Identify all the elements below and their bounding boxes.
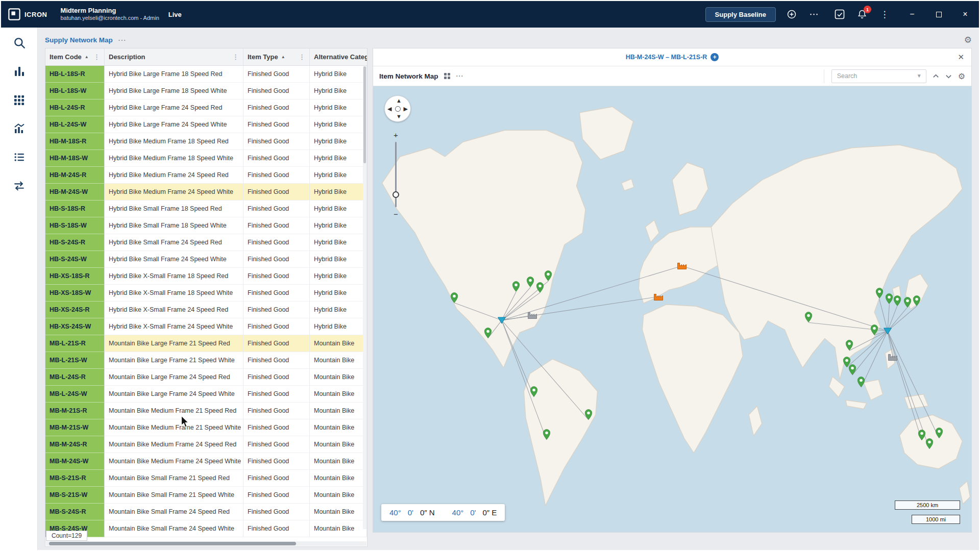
alt-category-cell[interactable]: Mountain Bike	[310, 453, 367, 470]
world-map[interactable]: ◀ ▶ ▲ ▼ + −	[373, 86, 971, 532]
item-type-cell[interactable]: Finished Good	[243, 99, 310, 116]
zoom-in-button[interactable]: +	[394, 130, 398, 140]
alt-category-cell[interactable]: Hybrid Bike	[310, 184, 367, 201]
item-code-cell[interactable]: HB-XS-18S-W	[45, 285, 105, 302]
location-pin-icon[interactable]	[545, 270, 552, 281]
item-code-cell[interactable]: MB-L-21S-W	[45, 352, 105, 369]
item-code-cell[interactable]: MB-L-21S-R	[45, 335, 105, 352]
description-cell[interactable]: Hybrid Bike Small Frame 24 Speed White	[105, 251, 243, 268]
pan-left-icon[interactable]: ◀	[387, 106, 391, 112]
table-row[interactable]: HB-S-24S-RHybrid Bike Small Frame 24 Spe…	[45, 234, 367, 251]
location-pin-icon[interactable]	[893, 295, 901, 306]
alt-category-cell[interactable]: Hybrid Bike	[310, 83, 367, 99]
more-options-icon[interactable]: ⋯	[807, 8, 821, 21]
item-code-cell[interactable]: HB-L-18S-R	[45, 66, 105, 83]
alt-category-cell[interactable]: Mountain Bike	[310, 487, 367, 504]
location-pin-icon[interactable]	[875, 288, 883, 298]
add-item-icon[interactable]: +	[710, 53, 719, 61]
description-cell[interactable]: Mountain Bike Large Frame 21 Speed Red	[105, 335, 243, 352]
item-type-cell[interactable]: Finished Good	[243, 83, 310, 99]
location-pin-icon[interactable]	[845, 340, 853, 350]
alt-category-cell[interactable]: Hybrid Bike	[310, 217, 367, 234]
column-menu-icon[interactable]: ⋮	[229, 53, 239, 61]
table-row[interactable]: HB-XS-24S-RHybrid Bike X-Small Frame 24 …	[45, 302, 367, 318]
item-code-cell[interactable]: MB-L-24S-W	[45, 386, 105, 403]
item-code-cell[interactable]: MB-S-21S-R	[45, 470, 105, 487]
table-row[interactable]: HB-L-24S-WHybrid Bike Large Frame 24 Spe…	[45, 116, 367, 133]
item-code-cell[interactable]: HB-L-24S-R	[45, 99, 105, 116]
alt-category-cell[interactable]: Hybrid Bike	[310, 251, 367, 268]
item-type-cell[interactable]: Finished Good	[243, 352, 310, 369]
factory-icon[interactable]	[527, 312, 537, 319]
item-code-cell[interactable]: HB-L-24S-W	[45, 116, 105, 133]
table-row[interactable]: MB-M-21S-WMountain Bike Medium Frame 21 …	[45, 419, 367, 436]
table-row[interactable]: HB-S-18S-WHybrid Bike Small Frame 18 Spe…	[45, 217, 367, 234]
pan-up-icon[interactable]: ▲	[396, 98, 402, 104]
alt-category-cell[interactable]: Mountain Bike	[310, 335, 367, 352]
factory-icon[interactable]	[888, 354, 898, 361]
description-cell[interactable]: Mountain Bike Small Frame 21 Speed Red	[105, 470, 243, 487]
table-row[interactable]: MB-S-24S-WMountain Bike Small Frame 24 S…	[45, 520, 367, 537]
column-header-item-type[interactable]: Item Type▲ ⋮	[243, 48, 310, 65]
item-type-cell[interactable]: Finished Good	[243, 116, 310, 133]
layout-grid-icon[interactable]	[444, 72, 451, 80]
alt-category-cell[interactable]: Mountain Bike	[310, 369, 367, 386]
item-type-cell[interactable]: Finished Good	[243, 133, 310, 150]
location-pin-icon[interactable]	[530, 386, 538, 397]
table-row[interactable]: MB-M-24S-RMountain Bike Medium Frame 24 …	[45, 436, 367, 453]
item-code-cell[interactable]: HB-XS-24S-W	[45, 318, 105, 335]
alt-category-cell[interactable]: Hybrid Bike	[310, 234, 367, 251]
location-pin-icon[interactable]	[848, 364, 856, 375]
item-code-cell[interactable]: HB-S-18S-W	[45, 217, 105, 234]
horizontal-scrollbar[interactable]	[46, 541, 366, 546]
item-code-cell[interactable]: HB-L-18S-W	[45, 83, 105, 99]
item-code-cell[interactable]: HB-XS-24S-R	[45, 302, 105, 318]
description-cell[interactable]: Mountain Bike Large Frame 21 Speed White	[105, 352, 243, 369]
table-row[interactable]: HB-XS-18S-WHybrid Bike X-Small Frame 18 …	[45, 285, 367, 302]
item-code-cell[interactable]: HB-S-24S-W	[45, 251, 105, 268]
latitude-degrees[interactable]: 40°	[389, 508, 401, 517]
location-pin-icon[interactable]	[857, 377, 865, 387]
maximize-button[interactable]	[932, 8, 945, 21]
description-cell[interactable]: Hybrid Bike Large Frame 18 Speed Red	[105, 66, 243, 83]
table-row[interactable]: HB-XS-18S-RHybrid Bike X-Small Frame 18 …	[45, 268, 367, 285]
item-type-cell[interactable]: Finished Good	[243, 184, 310, 201]
location-pin-icon[interactable]	[512, 281, 520, 292]
table-row[interactable]: MB-L-24S-WMountain Bike Large Frame 24 S…	[45, 386, 367, 403]
table-row[interactable]: MB-L-21S-RMountain Bike Large Frame 21 S…	[45, 335, 367, 352]
alt-category-cell[interactable]: Hybrid Bike	[310, 268, 367, 285]
location-pin-icon[interactable]	[536, 282, 544, 293]
location-pin-icon[interactable]	[935, 428, 943, 438]
alt-category-cell[interactable]: Mountain Bike	[310, 520, 367, 537]
item-code-cell[interactable]: HB-XS-18S-R	[45, 268, 105, 285]
item-type-cell[interactable]: Finished Good	[243, 234, 310, 251]
longitude-minutes[interactable]: 0'	[470, 508, 476, 517]
alt-category-cell[interactable]: Mountain Bike	[310, 470, 367, 487]
close-window-button[interactable]: ×	[959, 8, 972, 21]
circle-plus-icon[interactable]	[785, 8, 798, 21]
alt-category-cell[interactable]: Hybrid Bike	[310, 150, 367, 167]
table-row[interactable]: HB-M-18S-WHybrid Bike Medium Frame 18 Sp…	[45, 150, 367, 167]
location-pin-icon[interactable]	[484, 328, 492, 338]
column-header-alt-category[interactable]: Alternative Categ	[310, 48, 367, 65]
description-cell[interactable]: Mountain Bike Medium Frame 21 Speed Whit…	[105, 419, 243, 436]
table-row[interactable]: HB-M-24S-RHybrid Bike Medium Frame 24 Sp…	[45, 167, 367, 184]
table-row[interactable]: MB-S-21S-RMountain Bike Small Frame 21 S…	[45, 470, 367, 487]
description-cell[interactable]: Hybrid Bike Small Frame 18 Speed Red	[105, 201, 243, 217]
transfer-arrows-icon[interactable]	[12, 179, 27, 193]
item-type-cell[interactable]: Finished Good	[243, 419, 310, 436]
description-cell[interactable]: Mountain Bike Large Frame 24 Speed Red	[105, 369, 243, 386]
factory-icon[interactable]	[677, 262, 687, 270]
item-type-cell[interactable]: Finished Good	[243, 302, 310, 318]
app-grid-icon[interactable]	[12, 93, 27, 107]
location-pin-icon[interactable]	[543, 429, 550, 440]
hub-marker-icon[interactable]	[497, 317, 506, 324]
description-cell[interactable]: Mountain Bike Medium Frame 21 Speed Red	[105, 403, 243, 419]
table-row[interactable]: MB-L-21S-WMountain Bike Large Frame 21 S…	[45, 352, 367, 369]
location-pin-icon[interactable]	[886, 293, 893, 304]
settings-gear-icon[interactable]: ⚙	[964, 35, 972, 45]
table-row[interactable]: MB-M-24S-WMountain Bike Medium Frame 24 …	[45, 453, 367, 470]
description-cell[interactable]: Hybrid Bike X-Small Frame 18 Speed White	[105, 285, 243, 302]
item-code-cell[interactable]: HB-M-24S-R	[45, 167, 105, 184]
item-type-cell[interactable]: Finished Good	[243, 453, 310, 470]
